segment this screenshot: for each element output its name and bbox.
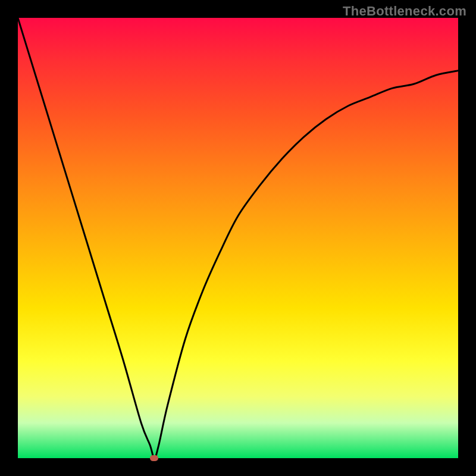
chart-frame: TheBottleneck.com [0, 0, 476, 476]
bottleneck-curve [18, 18, 458, 458]
minimum-marker [150, 455, 158, 461]
watermark-text: TheBottleneck.com [343, 4, 466, 19]
plot-area [18, 18, 458, 458]
curve-svg [18, 18, 458, 458]
